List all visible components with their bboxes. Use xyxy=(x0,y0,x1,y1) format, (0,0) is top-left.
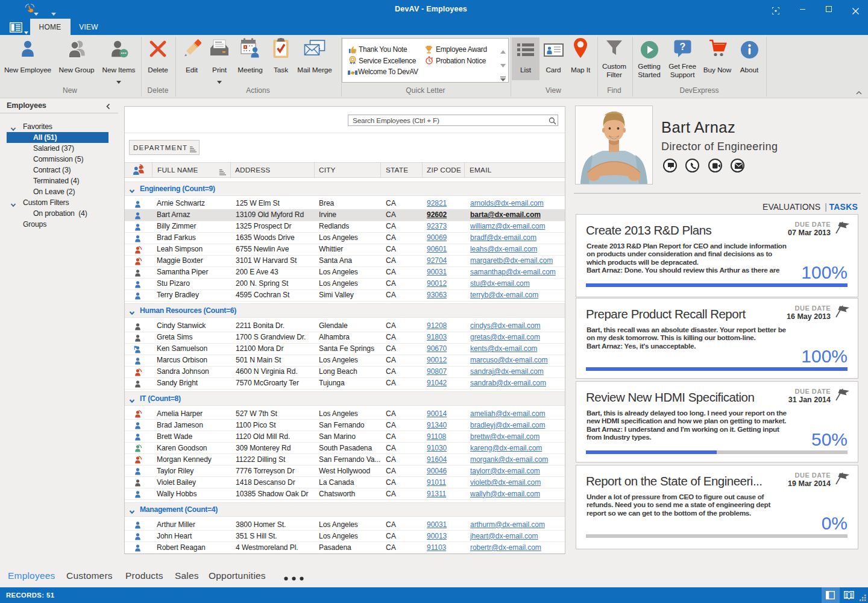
svg-text:?: ? xyxy=(679,42,685,52)
